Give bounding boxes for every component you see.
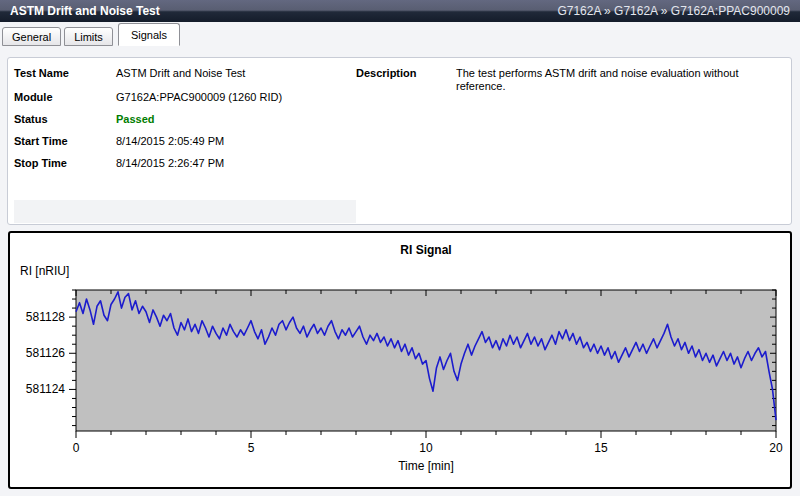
x-tick-label: 0 [73, 441, 80, 455]
tab-general[interactable]: General [2, 27, 61, 46]
field-value: 8/14/2015 2:05:49 PM [116, 135, 224, 147]
description-value: The test performs ASTM drift and noise e… [456, 67, 786, 93]
field-label: Status [14, 113, 48, 125]
empty-strip [14, 200, 356, 223]
tab-limits[interactable]: Limits [64, 27, 113, 46]
x-tick-label: 5 [248, 441, 255, 455]
description-label: Description [356, 67, 417, 79]
field-value: G7162A:PPAC900009 (1260 RID) [116, 91, 282, 103]
field-label: Start Time [14, 135, 68, 147]
test-details-panel: Test Name ASTM Drift and Noise Test Modu… [7, 57, 792, 225]
page-title: ASTM Drift and Noise Test [10, 4, 160, 18]
x-tick-label: 20 [769, 441, 783, 455]
x-tick-label: 15 [594, 441, 608, 455]
field-value: 8/14/2015 2:26:47 PM [116, 157, 224, 169]
field-label: Module [14, 91, 53, 103]
breadcrumb: G7162A » G7162A » G7162A:PPAC900009 [557, 4, 790, 18]
ri-signal-chart-panel: RI Signal RI [nRIU] 05101520581124581126… [8, 231, 792, 489]
field-label: Stop Time [14, 157, 67, 169]
y-tick-label: 581126 [26, 346, 65, 360]
x-axis-label: Time [min] [76, 459, 776, 473]
tab-bar: General Limits Signals [2, 23, 183, 46]
field-label: Test Name [14, 67, 69, 79]
tab-signals[interactable]: Signals [118, 23, 180, 46]
title-bar: ASTM Drift and Noise Test G7162A » G7162… [0, 0, 800, 22]
y-tick-label: 581128 [26, 310, 65, 324]
status-badge: Passed [116, 113, 155, 125]
ri-signal-plot: 05101520581124581126581128 [10, 233, 790, 487]
y-tick-label: 581124 [26, 382, 65, 396]
field-value: ASTM Drift and Noise Test [116, 67, 245, 79]
x-tick-label: 10 [419, 441, 433, 455]
